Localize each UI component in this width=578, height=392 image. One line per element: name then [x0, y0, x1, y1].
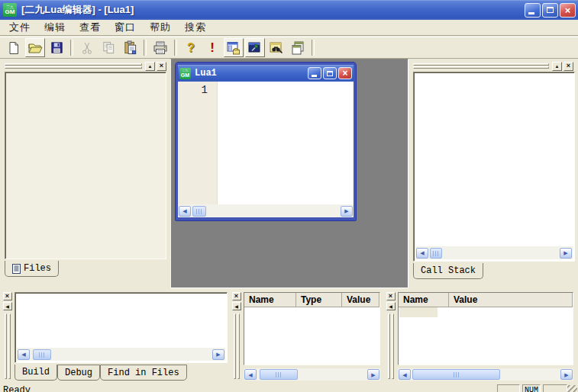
titlebar[interactable]: 二九 GM [二九Lua编辑器] - [Lua1] ×: [0, 0, 578, 20]
child-window-lua1[interactable]: 二九 GM Lua1 × 1 ◀ ▶: [176, 63, 356, 220]
paste-icon: [123, 40, 137, 55]
watch-name-edit-cell[interactable]: [399, 307, 438, 317]
dock-collapse-button[interactable]: ◀: [386, 302, 396, 310]
child-titlebar[interactable]: 二九 GM Lua1 ×: [178, 65, 354, 82]
call-stack-gripper[interactable]: ▲ ×: [413, 61, 573, 71]
watch-hscrollbar[interactable]: ◀ ▶: [244, 368, 380, 381]
child-close-button[interactable]: ×: [338, 67, 352, 79]
scroll-right-button[interactable]: ▶: [341, 206, 353, 217]
quick-watch-gripper[interactable]: × ◀: [385, 292, 396, 379]
maximize-button[interactable]: [542, 3, 558, 18]
new-file-button[interactable]: [4, 38, 24, 57]
gripper-handle[interactable]: [413, 63, 549, 69]
scroll-left-button[interactable]: ◀: [18, 349, 30, 360]
call-stack-hscrollbar[interactable]: ◀ ▶: [415, 246, 573, 259]
tab-call-stack[interactable]: Call Stack: [413, 263, 483, 279]
cut-button[interactable]: [77, 38, 97, 57]
watch-grid-body[interactable]: [244, 307, 379, 365]
column-header-name[interactable]: Name: [244, 293, 296, 307]
files-panel-gripper[interactable]: ▲ ×: [5, 61, 166, 71]
watch-toggle-button[interactable]: [266, 38, 286, 57]
column-header-value[interactable]: Value: [449, 293, 573, 307]
dock-collapse-button[interactable]: ▲: [552, 62, 562, 71]
quick-watch-grid[interactable]: Name Value: [398, 292, 573, 365]
tab-debug-label: Debug: [65, 368, 92, 378]
output-toggle-button[interactable]: [245, 38, 265, 57]
open-file-button[interactable]: [25, 38, 45, 57]
status-pane-2: [543, 384, 567, 392]
paste-button[interactable]: [120, 38, 140, 57]
scroll-right-button[interactable]: ▶: [212, 349, 224, 360]
watch-grid[interactable]: Name Type Value: [244, 292, 380, 365]
call-stack-panel: ▲ × ◀ ▶ Call Stack: [410, 60, 576, 280]
files-tree-area[interactable]: [5, 72, 166, 259]
scroll-thumb[interactable]: [192, 206, 206, 217]
editor-hscrollbar[interactable]: ◀ ▶: [178, 204, 354, 217]
menu-edit[interactable]: 编辑: [37, 19, 73, 36]
column-header-type[interactable]: Type: [296, 293, 342, 307]
scroll-left-button[interactable]: ◀: [244, 369, 257, 380]
dock-close-button[interactable]: ×: [157, 62, 166, 71]
editor-client-area[interactable]: 1: [178, 82, 354, 204]
output-hscrollbar[interactable]: ◀ ▶: [17, 348, 225, 361]
gripper-handle[interactable]: [5, 63, 142, 69]
call-stack-list[interactable]: ◀ ▶: [413, 72, 575, 262]
child-minimize-icon: [312, 75, 317, 77]
tab-files[interactable]: Files: [5, 261, 59, 277]
dock-close-button[interactable]: ×: [3, 292, 12, 300]
gripper-handle[interactable]: [233, 313, 241, 379]
mdi-area[interactable]: 二九 GM Lua1 × 1 ◀ ▶: [170, 59, 408, 288]
scroll-thumb[interactable]: [260, 369, 298, 380]
column-header-value[interactable]: Value: [342, 293, 379, 307]
status-message: Ready: [3, 385, 31, 392]
tab-find-in-files[interactable]: Find in Files: [100, 365, 187, 381]
tab-debug[interactable]: Debug: [57, 365, 100, 381]
scroll-thumb[interactable]: [33, 349, 51, 360]
dock-close-button[interactable]: ×: [386, 292, 396, 300]
dock-collapse-button[interactable]: ▲: [145, 62, 155, 71]
status-pane-num: NUM: [522, 384, 541, 392]
save-button[interactable]: [47, 38, 66, 57]
scroll-thumb[interactable]: [412, 369, 500, 380]
workspace-toggle-button[interactable]: [224, 38, 244, 57]
menu-file[interactable]: 文件: [2, 19, 37, 36]
print-button[interactable]: [150, 38, 170, 57]
output-panel-gripper[interactable]: × ◀: [2, 292, 13, 379]
menu-search[interactable]: 搜索: [178, 19, 213, 36]
resize-grip[interactable]: [567, 385, 577, 392]
scroll-left-button[interactable]: ◀: [416, 248, 428, 259]
dock-collapse-button[interactable]: ◀: [3, 302, 12, 310]
help-button[interactable]: ?: [181, 38, 201, 57]
stop-button[interactable]: !: [202, 38, 222, 57]
scroll-left-button[interactable]: ◀: [179, 206, 191, 217]
gripper-handle[interactable]: [4, 313, 11, 379]
scroll-left-button[interactable]: ◀: [399, 369, 411, 380]
quick-watch-hscrollbar[interactable]: ◀ ▶: [398, 368, 573, 381]
dock-close-button[interactable]: ×: [563, 62, 573, 71]
menu-help[interactable]: 帮助: [143, 19, 178, 36]
quick-watch-body[interactable]: [399, 307, 573, 365]
code-editor[interactable]: [218, 82, 354, 204]
close-button[interactable]: ×: [560, 3, 576, 18]
child-maximize-button[interactable]: [323, 67, 337, 79]
cascade-windows-button[interactable]: [288, 38, 308, 57]
child-caption-buttons: ×: [308, 67, 352, 79]
watch-panel-gripper[interactable]: × ◀: [231, 292, 242, 379]
dock-collapse-button[interactable]: ◀: [232, 302, 241, 310]
child-minimize-button[interactable]: [308, 67, 321, 79]
dock-close-button[interactable]: ×: [232, 292, 241, 300]
scroll-right-button[interactable]: ▶: [367, 369, 379, 380]
gripper-handle[interactable]: [387, 313, 395, 379]
scroll-thumb[interactable]: [430, 248, 442, 259]
tab-build[interactable]: Build: [15, 365, 57, 381]
copy-button[interactable]: [98, 38, 118, 57]
column-header-name[interactable]: Name: [399, 293, 449, 307]
help-icon: ?: [187, 41, 195, 55]
menu-window[interactable]: 窗口: [108, 19, 143, 36]
scroll-right-button[interactable]: ▶: [560, 248, 572, 259]
files-panel: ▲ × Files: [2, 60, 170, 280]
menu-view[interactable]: 查看: [73, 19, 108, 36]
build-output-area[interactable]: ◀ ▶: [15, 292, 228, 363]
minimize-button[interactable]: [525, 3, 541, 18]
scroll-right-button[interactable]: ▶: [560, 369, 573, 380]
